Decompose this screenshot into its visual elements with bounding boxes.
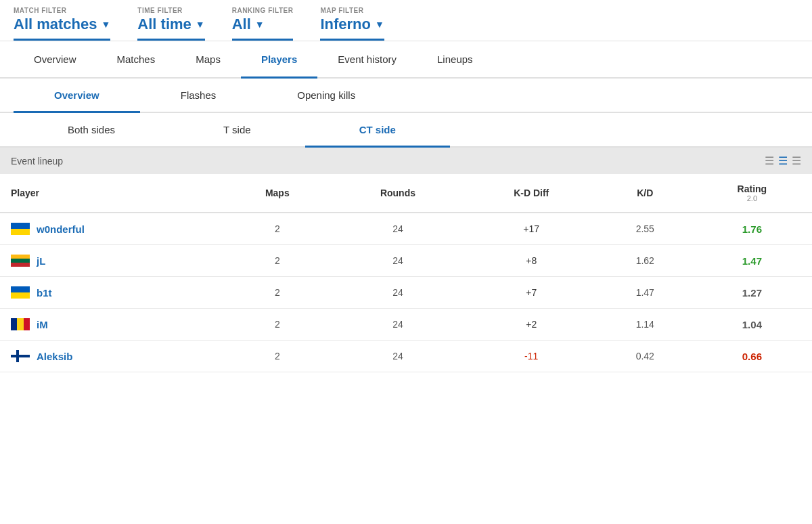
col-maps: Maps <box>223 174 331 213</box>
player-kd: 1.62 <box>598 245 692 277</box>
match-filter-label: MATCH FILTER <box>14 7 110 14</box>
match-filter-dropdown[interactable]: All matches ▼ <box>14 16 110 41</box>
player-rating: 0.66 <box>692 341 812 372</box>
tab-maps[interactable]: Maps <box>175 41 241 77</box>
player-name[interactable]: w0nderful <box>37 223 85 235</box>
player-kd-diff: +8 <box>465 245 598 277</box>
map-filter-value: Inferno <box>320 16 371 33</box>
event-lineup-title: Event lineup <box>11 156 63 167</box>
layout-dense-icon[interactable]: ☰ <box>765 154 774 167</box>
player-name[interactable]: jL <box>37 255 45 267</box>
table-row: w0nderful 224+172.551.76 <box>0 213 812 245</box>
table-row: jL 224+81.621.47 <box>0 245 812 277</box>
time-filter-dropdown[interactable]: All time ▼ <box>137 16 204 41</box>
col-kd: K/D <box>598 174 692 213</box>
player-kd-diff: +2 <box>465 309 598 341</box>
layout-icons: ☰ ☰ ☰ <box>765 154 801 167</box>
player-rounds: 24 <box>331 213 464 245</box>
player-rounds: 24 <box>331 341 464 372</box>
player-maps: 2 <box>223 341 331 372</box>
filter-bar: MATCH FILTER All matches ▼ TIME FILTER A… <box>0 0 812 41</box>
tab-ct-side[interactable]: CT side <box>305 113 450 146</box>
player-cell: jL <box>0 245 223 277</box>
player-kd: 1.14 <box>598 309 692 341</box>
col-kd-diff: K-D Diff <box>465 174 598 213</box>
table-row: Aleksib 224-110.420.66 <box>0 341 812 372</box>
ranking-filter-value: All <box>232 16 251 33</box>
player-rating: 1.76 <box>692 213 812 245</box>
player-cell: w0nderful <box>0 213 223 245</box>
map-filter-label: MAP FILTER <box>320 7 384 14</box>
time-filter-arrow-icon: ▼ <box>196 19 205 30</box>
table-row: iM 224+21.141.04 <box>0 309 812 341</box>
players-table: Player Maps Rounds K-D Diff K/D Rating2.… <box>0 174 812 372</box>
player-rating: 1.47 <box>692 245 812 277</box>
time-filter-value: All time <box>137 16 191 33</box>
player-rounds: 24 <box>331 309 464 341</box>
layout-wide-icon[interactable]: ☰ <box>792 154 801 167</box>
player-rating: 1.04 <box>692 309 812 341</box>
side-tabs: Both sides T side CT side <box>0 113 812 148</box>
tab-players[interactable]: Players <box>241 41 317 77</box>
ranking-filter-group: RANKING FILTER All ▼ <box>232 7 294 41</box>
match-filter-arrow-icon: ▼ <box>102 19 111 30</box>
player-cell: iM <box>0 309 223 341</box>
col-rounds: Rounds <box>331 174 464 213</box>
player-rating: 1.27 <box>692 277 812 309</box>
player-kd: 1.47 <box>598 277 692 309</box>
col-player: Player <box>0 174 223 213</box>
event-lineup-header: Event lineup ☰ ☰ ☰ <box>0 148 812 174</box>
player-flag-icon <box>11 350 30 362</box>
player-name[interactable]: b1t <box>37 287 52 299</box>
subnav-flashes[interactable]: Flashes <box>140 79 257 112</box>
player-cell: Aleksib <box>0 341 223 372</box>
match-filter-group: MATCH FILTER All matches ▼ <box>14 7 110 41</box>
player-flag-icon <box>11 255 30 267</box>
player-kd: 0.42 <box>598 341 692 372</box>
player-kd-diff: +7 <box>465 277 598 309</box>
time-filter-group: TIME FILTER All time ▼ <box>137 7 204 41</box>
ranking-filter-dropdown[interactable]: All ▼ <box>232 16 294 41</box>
player-rounds: 24 <box>331 245 464 277</box>
match-filter-value: All matches <box>14 16 97 33</box>
ranking-filter-arrow-icon: ▼ <box>255 19 265 30</box>
player-kd-diff: -11 <box>465 341 598 372</box>
tab-lineups[interactable]: Lineups <box>417 41 493 77</box>
tab-overview[interactable]: Overview <box>14 41 97 77</box>
player-flag-icon <box>11 318 30 330</box>
map-filter-dropdown[interactable]: Inferno ▼ <box>320 16 384 41</box>
table-header-row: Player Maps Rounds K-D Diff K/D Rating2.… <box>0 174 812 213</box>
ranking-filter-label: RANKING FILTER <box>232 7 294 14</box>
map-filter-group: MAP FILTER Inferno ▼ <box>320 7 384 41</box>
player-name[interactable]: iM <box>37 319 48 330</box>
tab-t-side[interactable]: T side <box>169 113 305 146</box>
tab-event-history[interactable]: Event history <box>317 41 417 77</box>
player-maps: 2 <box>223 245 331 277</box>
subnav-opening-kills[interactable]: Opening kills <box>256 79 396 112</box>
table-row: b1t 224+71.471.27 <box>0 277 812 309</box>
player-cell: b1t <box>0 277 223 309</box>
player-maps: 2 <box>223 277 331 309</box>
player-kd: 2.55 <box>598 213 692 245</box>
tab-both-sides[interactable]: Both sides <box>14 113 169 146</box>
main-navigation: Overview Matches Maps Players Event hist… <box>0 41 812 79</box>
map-filter-arrow-icon: ▼ <box>375 19 384 30</box>
subnav-overview[interactable]: Overview <box>14 79 140 112</box>
time-filter-label: TIME FILTER <box>137 7 204 14</box>
col-rating: Rating2.0 <box>692 174 812 213</box>
sub-navigation: Overview Flashes Opening kills <box>0 79 812 113</box>
tab-matches[interactable]: Matches <box>97 41 176 77</box>
layout-normal-icon[interactable]: ☰ <box>778 154 788 167</box>
player-flag-icon <box>11 223 30 235</box>
player-flag-icon <box>11 286 30 299</box>
player-maps: 2 <box>223 213 331 245</box>
player-name[interactable]: Aleksib <box>37 351 72 362</box>
player-kd-diff: +17 <box>465 213 598 245</box>
player-maps: 2 <box>223 309 331 341</box>
player-rounds: 24 <box>331 277 464 309</box>
